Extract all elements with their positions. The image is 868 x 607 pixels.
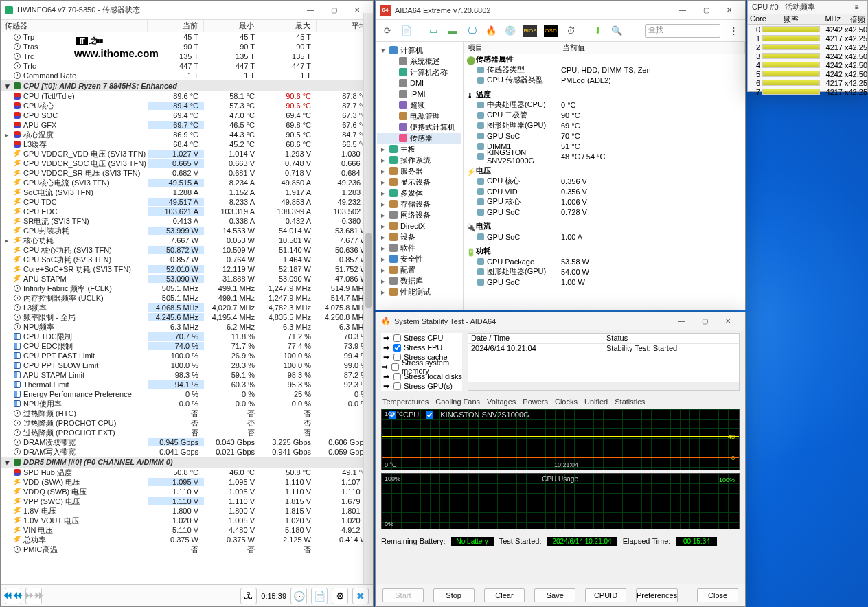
- aida-tree[interactable]: ▾计算机系统概述计算机名称DMIIPMI超频电源管理便携式计算机传感器▸主板▸操…: [376, 42, 464, 310]
- sst-titlebar[interactable]: 🔥 System Stability Test - AIDA64 ― ▢ ✕: [376, 312, 745, 330]
- tree-node[interactable]: 电源管理: [377, 111, 461, 122]
- refresh-icon[interactable]: ⟳: [381, 25, 393, 37]
- sensor-row[interactable]: CPU (Tctl/Tdie) 89.6 °C58.1 °C90.6 °C87.…: [1, 91, 373, 101]
- sensor-row[interactable]: 1.0V VOUT 电压 1.020 V1.005 V1.020 V1.020 …: [1, 516, 373, 525]
- close-sensors-icon[interactable]: ✖: [352, 588, 369, 604]
- sensor-row[interactable]: DRAM写入带宽 0.041 Gbps0.021 Gbps0.941 Gbps0…: [1, 447, 373, 457]
- download-icon[interactable]: ⬇: [591, 25, 604, 37]
- sensor-row[interactable]: 频率限制 - 全局 4,245.6 MHz4,195.4 MHz4,835.5 …: [1, 312, 373, 322]
- detail-row[interactable]: CPU VID0.356 V: [464, 186, 745, 196]
- sensor-row[interactable]: CPU EDC限制 74.0 %71.7 %77.4 %73.9 %: [1, 341, 373, 351]
- aida-search[interactable]: 查找: [645, 24, 720, 38]
- sensor-row[interactable]: CPU EDC 103.621 A103.319 A108.399 A103.5…: [1, 207, 373, 216]
- sensor-row[interactable]: SPD Hub 温度 50.8 °C46.0 °C50.8 °C49.1 °C: [1, 468, 373, 477]
- sensor-row[interactable]: APU STAPM Limit 98.3 %59.1 %98.3 %87.2 %: [1, 370, 373, 380]
- tree-node[interactable]: DMI: [377, 78, 461, 89]
- save-log-icon[interactable]: 📄: [311, 588, 328, 604]
- sensor-row[interactable]: 总功率 0.375 W0.375 W2.125 W0.414 W: [1, 535, 373, 545]
- sensor-row[interactable]: CPU PPT SLOW Limit 100.0 %28.3 %100.0 %9…: [1, 360, 373, 370]
- sensor-row[interactable]: NPU频率 6.3 MHz6.2 MHz6.3 MHz6.3 MHz: [1, 322, 373, 332]
- detail-row[interactable]: GPU SoC1.00 A: [464, 231, 745, 242]
- detail-header[interactable]: 项目 当前值: [464, 42, 745, 54]
- tree-node[interactable]: ▸DirectX: [377, 220, 461, 231]
- sensor-row[interactable]: VPP (SWC) 电压 1.110 V1.110 V1.815 V1.679 …: [1, 496, 373, 506]
- sst-tab[interactable]: Voltages: [487, 398, 516, 406]
- tree-node[interactable]: ▾计算机: [377, 45, 461, 56]
- ram-icon[interactable]: ▬: [446, 25, 459, 37]
- disk-icon[interactable]: 💿: [504, 25, 516, 37]
- detail-row[interactable]: 传感器类型CPU, HDD, DIMM TS, Zen: [464, 65, 745, 75]
- stress-checkbox[interactable]: [393, 344, 401, 352]
- sensor-row[interactable]: Trc 135 T135 T135 T: [1, 51, 373, 61]
- sensor-group[interactable]: ▾CPU [#0]: AMD Ryzen 7 8845HS: Enhanced: [1, 80, 373, 91]
- detail-row[interactable]: GPU SoC0.728 V: [464, 207, 745, 217]
- gauge-icon[interactable]: ⏱: [564, 25, 577, 37]
- sensor-row[interactable]: Core+SoC+SR 功耗 (SVI3 TFN) 52.010 W12.119…: [1, 264, 373, 274]
- stress-checkbox[interactable]: [393, 382, 401, 390]
- dh-field[interactable]: 项目: [464, 42, 558, 54]
- sst-tab[interactable]: Clocks: [555, 398, 578, 406]
- tree-node[interactable]: ▸配置: [377, 264, 461, 275]
- sensor-row[interactable]: APU GFX 69.7 °C46.5 °C69.8 °C67.6 °C: [1, 120, 373, 130]
- detail-row[interactable]: GPU 传感器类型PMLog (ADL2): [464, 75, 745, 85]
- clock-reset-icon[interactable]: 🕓: [290, 588, 307, 604]
- vertical-scrollbar[interactable]: [363, 20, 373, 584]
- cpuid-button[interactable]: CPUID: [585, 588, 626, 602]
- col-current[interactable]: 当前: [148, 20, 204, 32]
- sensor-row[interactable]: SoC电流 (SVI3 TFN) 1.288 A1.152 A1.917 A1.…: [1, 187, 373, 197]
- close-button[interactable]: Close: [697, 588, 738, 602]
- stress-option[interactable]: ➡Stress GPU(s): [381, 381, 462, 391]
- detail-row[interactable]: 中央处理器(CPU)0 °C: [464, 100, 745, 110]
- sensor-row[interactable]: Tras 90 T90 T90 T: [1, 42, 373, 51]
- legend-ssd-check[interactable]: [426, 411, 433, 419]
- detail-row[interactable]: KINGSTON SNV2S1000G48 °C / 54 °C: [464, 151, 745, 161]
- sensor-row[interactable]: CPU TDC限制 70.7 %11.8 %71.2 %70.3 %: [1, 332, 373, 341]
- bios-icon[interactable]: BIOS: [523, 25, 537, 37]
- tree-node[interactable]: ▸网络设备: [377, 209, 461, 220]
- tree-node[interactable]: ▸设备: [377, 231, 461, 242]
- tree-node[interactable]: 计算机名称: [377, 67, 461, 78]
- minimize-button[interactable]: ―: [670, 314, 693, 329]
- sst-tab[interactable]: Powers: [523, 398, 548, 406]
- maximize-button[interactable]: ▢: [693, 314, 716, 329]
- sensor-row[interactable]: Trp 45 T45 T45 T: [1, 32, 373, 42]
- sensor-row[interactable]: ▸核心功耗 7.667 W0.053 W10.501 W7.677 W: [1, 236, 373, 245]
- board-icon[interactable]: ▭: [427, 25, 439, 37]
- detail-row[interactable]: 图形处理器(GPU)69 °C: [464, 120, 745, 130]
- stop-button[interactable]: Stop: [433, 588, 475, 602]
- sensor-row[interactable]: NPU使用率 0.0 %0.0 %0.0 %0.0 %: [1, 399, 373, 409]
- tree-node[interactable]: ▸安全性: [377, 253, 461, 264]
- dh-value[interactable]: 当前值: [558, 42, 745, 54]
- h-scrollbar[interactable]: [468, 382, 739, 390]
- sensor-row[interactable]: L3缓存 68.4 °C45.2 °C68.6 °C66.5 °C: [1, 139, 373, 149]
- close-button[interactable]: ✕: [716, 314, 740, 329]
- tree-node[interactable]: ▸多媒体: [377, 187, 461, 198]
- sensor-row[interactable]: CPU VDDCR_SR 电压 (SVI3 TFN) 0.682 V0.681 …: [1, 168, 373, 178]
- sensor-row[interactable]: SR电流 (SVI3 TFN) 0.413 A0.338 A0.432 A0.3…: [1, 216, 373, 226]
- sst-tab[interactable]: Unified: [584, 398, 608, 406]
- sensor-row[interactable]: VIN 电压 5.110 V4.480 V5.180 V4.912 V: [1, 525, 373, 535]
- sensor-row[interactable]: 内存控制器频率 (UCLK) 505.1 MHz499.1 MHz1,247.9…: [1, 293, 373, 303]
- osd-icon[interactable]: OSD: [544, 25, 558, 37]
- stress-checkbox[interactable]: [393, 354, 401, 361]
- sensor-row[interactable]: CPU VDDCR_VDD 电压 (SVI3 TFN) 1.027 V1.014…: [1, 149, 373, 159]
- tree-node[interactable]: 超频: [377, 100, 461, 111]
- nav-fwd-icon[interactable]: ⯮⯮: [25, 588, 42, 604]
- stress-option[interactable]: ➡Stress CPU: [381, 333, 462, 343]
- sensor-row[interactable]: Command Rate 1 T1 T1 T: [1, 71, 373, 80]
- col-sensor[interactable]: 传感器: [1, 20, 148, 32]
- sensor-row[interactable]: DRAM读取带宽 0.945 Gbps0.040 Gbps3.225 Gbps0…: [1, 437, 373, 447]
- minimize-button[interactable]: ―: [671, 3, 694, 18]
- stress-checkbox[interactable]: [393, 373, 401, 380]
- detail-row[interactable]: CPU Package53.58 W: [464, 256, 745, 266]
- tree-node[interactable]: 系统概述: [377, 56, 461, 67]
- sensor-row[interactable]: PMIC高温 否否否: [1, 545, 373, 554]
- detail-row[interactable]: GPU 核心1.006 V: [464, 196, 745, 207]
- tree-node[interactable]: ▸软件: [377, 242, 461, 253]
- tree-node[interactable]: IPMI: [377, 89, 461, 100]
- sensor-row[interactable]: CPU 核心功耗 (SVI3 TFN) 50.872 W10.509 W51.1…: [1, 245, 373, 255]
- clear-button[interactable]: Clear: [484, 588, 525, 602]
- tree-node[interactable]: ▸服务器: [377, 165, 461, 176]
- sensor-row[interactable]: CPU封装功耗 53.999 W14.553 W54.014 W53.681 W: [1, 226, 373, 236]
- settings-icon[interactable]: ⚙: [332, 588, 348, 604]
